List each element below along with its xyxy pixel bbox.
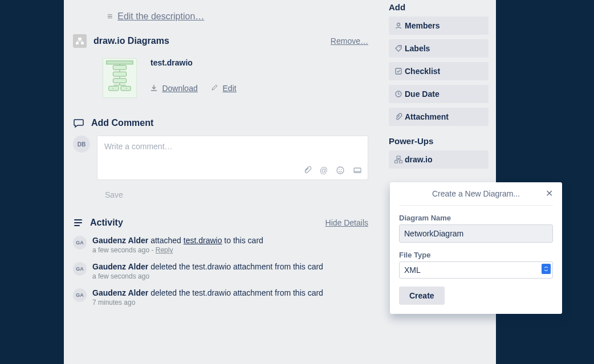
activity-heading-row: Activity Hide Details [73,218,368,228]
diagram-item: test.drawio Download Edit [103,58,368,98]
members-icon [394,22,405,30]
add-comment-heading: Add Comment [91,118,153,128]
diagram-edit-link[interactable]: Edit [223,84,237,93]
diagram-thumbnail[interactable] [103,58,137,98]
svg-rect-3 [107,61,133,64]
select-arrow-icon[interactable] [542,264,551,274]
svg-rect-8 [121,86,131,91]
file-type-label: File Type [399,251,553,259]
activity-time: a few seconds ago [92,272,149,280]
diagram-name-label: Diagram Name [399,214,553,222]
add-comment-heading-row: Add Comment [73,117,368,129]
svg-rect-20 [400,161,402,163]
hide-details-link[interactable]: Hide Details [326,218,368,227]
create-diagram-popover: Create a New Diagram... ✕ Diagram Name F… [390,182,562,314]
sidebar-members-button[interactable]: Members [389,17,489,35]
sidebar-add-heading: Add [389,2,489,12]
sidebar-checklist-button[interactable]: Checklist [389,62,489,80]
activity-heading: Activity [90,218,123,228]
svg-rect-7 [109,86,119,91]
activity-link[interactable]: test.drawio [184,236,222,245]
svg-rect-16 [396,68,401,74]
svg-rect-12 [354,168,361,173]
svg-rect-1 [76,42,79,44]
svg-point-10 [339,169,340,170]
svg-point-9 [337,167,344,174]
clock-icon [394,90,405,98]
diagram-name-input[interactable] [399,224,553,243]
create-button[interactable]: Create [399,287,445,305]
sidebar-drawio-button[interactable]: draw.io [389,150,489,169]
download-icon [150,83,160,93]
svg-point-14 [397,23,400,26]
svg-rect-6 [113,79,126,83]
sidebar-duedate-button[interactable]: Due Date [389,85,489,103]
attachment-icon[interactable] [303,166,312,175]
edit-description-link[interactable]: Edit the description… [117,11,204,21]
drawio-icon [394,156,405,163]
svg-point-15 [400,47,401,48]
activity-user: Gaudenz Alder [92,236,148,245]
avatar: GA [73,288,87,302]
svg-rect-2 [81,42,84,44]
checklist-icon [394,67,405,75]
svg-rect-19 [395,161,398,163]
svg-point-11 [341,169,342,170]
sidebar-attachment-button[interactable]: Attachment [389,108,489,126]
avatar: GA [73,236,87,250]
diagram-filename: test.drawio [150,58,242,67]
pencil-icon [211,83,220,93]
comment-box[interactable]: @ [97,136,368,180]
file-type-select[interactable]: XML [399,261,553,279]
activity-item: GA Gaudenz Alder deleted the test.drawio… [73,262,368,280]
svg-rect-0 [78,38,82,40]
avatar: DB [73,136,90,153]
svg-rect-18 [397,156,400,158]
labels-icon [394,44,405,52]
emoji-icon[interactable] [336,166,345,175]
avatar: GA [73,262,87,276]
popover-title: Create a New Diagram... [432,189,520,198]
sidebar-powerups-heading: Power-Ups [389,136,489,146]
reply-link[interactable]: Reply [156,246,173,254]
activity-user: Gaudenz Alder [92,288,148,297]
activity-item: GA Gaudenz Alder attached test.drawio to… [73,236,368,254]
attachment-icon [394,113,405,121]
diagrams-heading-row: draw.io Diagrams Remove… [73,34,368,48]
activity-icon [73,218,83,228]
comment-icon [73,117,84,129]
drawio-icon [73,34,87,48]
activity-time: 7 minutes ago [92,298,135,306]
sidebar-labels-button[interactable]: Labels [389,39,489,58]
diagrams-heading: draw.io Diagrams [93,36,169,46]
svg-rect-4 [113,66,126,70]
mention-icon[interactable]: @ [320,166,328,175]
diagrams-remove-link[interactable]: Remove… [331,36,368,46]
diagram-download-link[interactable]: Download [162,84,197,93]
comment-input[interactable] [97,136,368,157]
list-icon: ≡ [107,11,112,22]
card-icon[interactable] [353,166,362,175]
activity-user: Gaudenz Alder [92,262,148,271]
activity-item: GA Gaudenz Alder deleted the test.drawio… [73,288,368,306]
edit-description-row[interactable]: ≡ Edit the description… [107,11,368,22]
save-button[interactable]: Save [97,187,131,203]
activity-time: a few seconds ago [92,246,149,254]
close-icon[interactable]: ✕ [546,188,553,199]
svg-rect-5 [113,72,126,76]
